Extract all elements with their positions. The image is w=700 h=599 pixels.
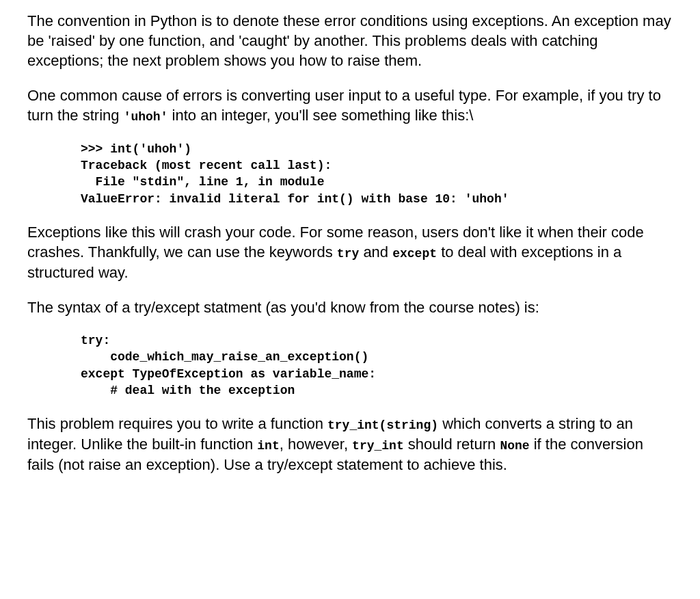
- code-block-traceback: >>> int('uhoh') Traceback (most recent c…: [81, 141, 673, 207]
- inline-code-int: int: [257, 439, 279, 453]
- paragraph-crash: Exceptions like this will crash your cod…: [27, 222, 673, 282]
- text-segment: This problem requires you to write a fun…: [27, 415, 327, 432]
- text-segment: , however,: [280, 436, 352, 453]
- inline-code-uhoh: 'uhoh': [124, 110, 168, 124]
- paragraph-intro: The convention in Python is to denote th…: [27, 11, 673, 70]
- code-block-tryexcept: try: code_which_may_raise_an_exception()…: [81, 332, 673, 399]
- text-segment: should return: [404, 436, 500, 453]
- inline-code-none: None: [500, 439, 529, 453]
- paragraph-error-cause: One common cause of errors is converting…: [27, 85, 673, 126]
- inline-code-tryint2: try_int: [352, 439, 404, 453]
- paragraph-task: This problem requires you to write a fun…: [27, 414, 673, 475]
- inline-code-try: try: [337, 247, 359, 261]
- text-segment: into an integer, you'll see something li…: [167, 107, 473, 124]
- text-segment: and: [359, 243, 392, 261]
- paragraph-syntax: The syntax of a try/except statment (as …: [27, 297, 673, 317]
- inline-code-except: except: [392, 247, 437, 261]
- inline-code-tryint: try_int(string): [327, 418, 438, 432]
